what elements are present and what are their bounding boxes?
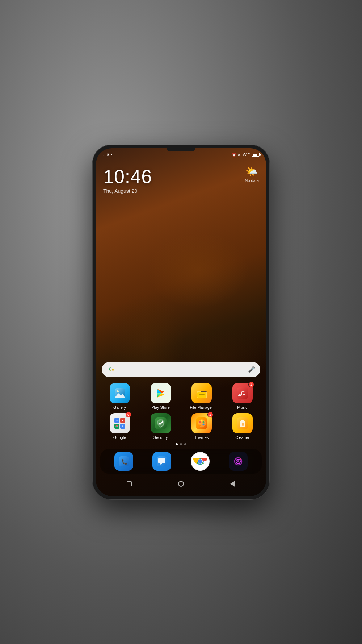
cleaner-icon-wrapper bbox=[232, 413, 253, 433]
sim-icon: ▣ bbox=[107, 153, 110, 156]
svg-rect-10 bbox=[199, 396, 203, 396]
playstore-icon-wrapper bbox=[151, 383, 171, 403]
svg-rect-20 bbox=[242, 423, 243, 426]
music-label: Music bbox=[237, 405, 248, 410]
themes-label: Themes bbox=[194, 435, 209, 440]
more-icon: ··· bbox=[114, 153, 118, 157]
date-display: Thu, August 20 bbox=[103, 188, 259, 194]
recents-icon bbox=[127, 481, 132, 486]
app-google[interactable]: G ▶ 📅 ⊞ 9 Google bbox=[100, 413, 139, 440]
svg-point-28 bbox=[198, 459, 202, 464]
cleaner-icon bbox=[232, 413, 253, 433]
messages-icon bbox=[152, 452, 171, 471]
security-label: Security bbox=[153, 435, 168, 440]
security-icon bbox=[151, 413, 171, 433]
time-display: 10:46 bbox=[103, 166, 259, 187]
app-themes[interactable]: 1 Themes bbox=[182, 413, 221, 440]
g-letter: G bbox=[109, 366, 114, 373]
bottom-section: G 🎤 bbox=[96, 362, 266, 496]
battery-fill bbox=[253, 154, 257, 156]
google-badge: 9 bbox=[126, 412, 131, 417]
dock-phone[interactable]: 📞 bbox=[105, 452, 143, 471]
clock-area: 10:46 Thu, August 20 🌤️ No data bbox=[96, 158, 266, 362]
dock: 📞 bbox=[100, 449, 262, 474]
back-icon bbox=[230, 481, 235, 487]
search-bar[interactable]: G 🎤 bbox=[102, 362, 260, 377]
status-right-icons: ⏰ ⊠ WiF bbox=[232, 153, 260, 157]
page-dots bbox=[96, 443, 266, 445]
google-g-icon: G bbox=[107, 365, 116, 374]
app-playstore[interactable]: Play Store bbox=[141, 383, 180, 410]
svg-rect-21 bbox=[243, 423, 244, 426]
weather-icon: 🌤️ bbox=[245, 166, 258, 178]
svg-point-16 bbox=[202, 421, 204, 423]
svg-rect-11 bbox=[237, 387, 248, 399]
page-dot-1[interactable] bbox=[176, 443, 178, 445]
phone-icon: 📞 bbox=[114, 452, 133, 471]
battery-icon bbox=[252, 153, 260, 157]
dock-messages[interactable] bbox=[143, 452, 181, 471]
app-grid-row1: Gallery bbox=[96, 383, 266, 410]
screen-record-icon: ⊠ bbox=[238, 153, 241, 157]
google-icon-wrapper: G ▶ 📅 ⊞ 9 bbox=[110, 413, 130, 433]
cleaner-label: Cleaner bbox=[235, 435, 249, 440]
svg-point-17 bbox=[202, 423, 204, 425]
home-icon bbox=[178, 481, 184, 487]
app-cleaner[interactable]: Cleaner bbox=[223, 413, 262, 440]
weather-widget: 🌤️ No data bbox=[245, 166, 259, 183]
app-security[interactable]: Security bbox=[141, 413, 180, 440]
screen-icon: ▪ bbox=[111, 153, 112, 156]
filemanager-icon-wrapper bbox=[191, 383, 212, 403]
svg-point-32 bbox=[240, 458, 241, 460]
playstore-icon bbox=[151, 383, 171, 403]
app-grid-row2: G ▶ 📅 ⊞ 9 Google bbox=[96, 413, 266, 440]
phone-screen-container: ✓ ▣ ▪ ··· ⏰ ⊠ WiF 10:46 Thu, August 20 bbox=[96, 148, 266, 496]
weather-label: No data bbox=[245, 178, 259, 183]
themes-badge: 1 bbox=[207, 412, 213, 417]
dock-camera[interactable] bbox=[219, 452, 258, 471]
nav-bar bbox=[96, 477, 266, 493]
gallery-label: Gallery bbox=[113, 405, 126, 410]
dock-chrome[interactable] bbox=[181, 452, 219, 471]
app-gallery[interactable]: Gallery bbox=[100, 383, 139, 410]
svg-point-15 bbox=[201, 420, 202, 421]
themes-icon-wrapper: 1 bbox=[191, 413, 212, 433]
app-music[interactable]: 1 Music bbox=[223, 383, 262, 410]
google-label: Google bbox=[113, 435, 126, 440]
wifi-icon: WiF bbox=[243, 153, 250, 157]
svg-text:📞: 📞 bbox=[121, 459, 128, 465]
svg-rect-9 bbox=[199, 394, 205, 395]
checkmark-icon: ✓ bbox=[102, 153, 105, 157]
home-button[interactable] bbox=[177, 479, 185, 488]
svg-point-31 bbox=[237, 460, 239, 462]
svg-point-14 bbox=[199, 421, 201, 423]
svg-point-1 bbox=[117, 390, 119, 392]
back-button[interactable] bbox=[228, 479, 237, 488]
gallery-icon-wrapper bbox=[110, 383, 130, 403]
mic-icon[interactable]: 🎤 bbox=[248, 366, 255, 373]
gallery-icon bbox=[110, 383, 130, 403]
page-dot-3[interactable] bbox=[184, 443, 186, 445]
app-filemanager[interactable]: File Manager bbox=[182, 383, 221, 410]
camera-icon bbox=[229, 452, 248, 471]
music-icon-wrapper: 1 bbox=[232, 383, 253, 403]
alarm-icon: ⏰ bbox=[232, 153, 236, 157]
home-screen: ✓ ▣ ▪ ··· ⏰ ⊠ WiF 10:46 Thu, August 20 bbox=[96, 148, 266, 496]
svg-rect-19 bbox=[241, 420, 244, 421]
filemanager-label: File Manager bbox=[190, 405, 213, 410]
filemanager-icon bbox=[191, 383, 212, 403]
page-dot-2[interactable] bbox=[180, 443, 182, 445]
chrome-icon bbox=[191, 452, 210, 471]
notch bbox=[167, 148, 195, 151]
status-left-icons: ✓ ▣ ▪ ··· bbox=[102, 153, 117, 157]
security-icon-wrapper bbox=[151, 413, 171, 433]
phone-device: ✓ ▣ ▪ ··· ⏰ ⊠ WiF 10:46 Thu, August 20 bbox=[92, 145, 270, 500]
recents-button[interactable] bbox=[125, 479, 134, 488]
playstore-label: Play Store bbox=[151, 405, 170, 410]
music-badge: 1 bbox=[248, 382, 254, 387]
